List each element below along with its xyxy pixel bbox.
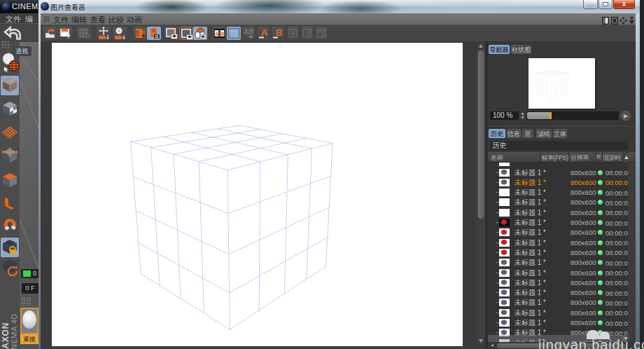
svg-text:A: A	[216, 32, 219, 36]
svg-text:12: 12	[85, 34, 90, 39]
svg-text:B: B	[276, 27, 282, 38]
svg-text:A: A	[261, 27, 268, 38]
svg-text:AB: AB	[244, 28, 253, 36]
svg-text:?: ?	[66, 33, 71, 40]
svg-text:B: B	[221, 32, 225, 36]
